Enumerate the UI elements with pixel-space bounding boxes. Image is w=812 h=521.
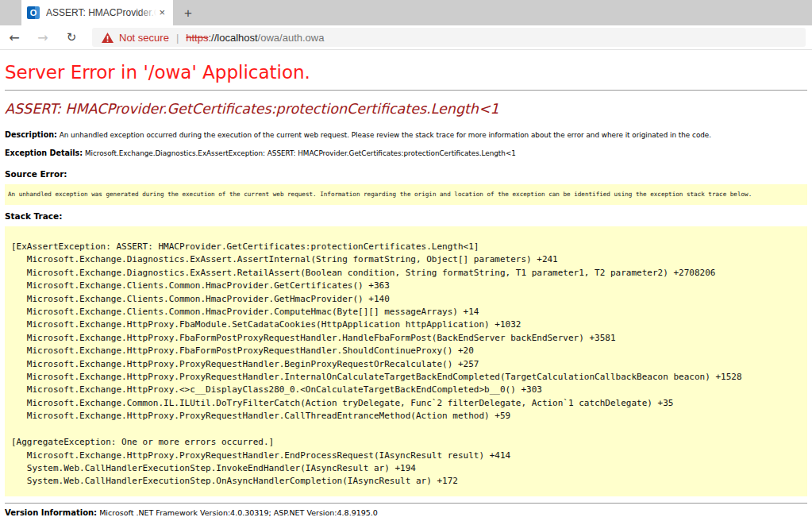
tab-title-wrap: ASSERT: HMACProvider.GetCertif (46, 6, 156, 19)
exception-details-label: Exception Details: (5, 149, 83, 157)
version-information-text: Microsoft .NET Framework Version:4.0.303… (99, 508, 378, 517)
description-label: Description: (5, 130, 57, 139)
url-host: ://localhost (208, 32, 257, 44)
forward-button: → (29, 30, 57, 45)
not-secure-label: Not secure (119, 32, 169, 44)
divider-bottom (5, 503, 807, 504)
source-error-box: An unhandled exception was generated dur… (5, 184, 807, 205)
browser-toolbar: ← → ↻ Not secure | https://localhost/owa… (0, 25, 812, 50)
page-title: Server Error in '/owa' Application. (5, 61, 807, 83)
address-separator: | (176, 32, 179, 44)
outlook-icon: O (27, 6, 40, 19)
description-line: Description: An unhandled exception occu… (5, 130, 807, 140)
source-error-heading: Source Error: (5, 169, 807, 179)
description-text: An unhandled exception occurred during t… (60, 131, 711, 139)
stack-trace-text: [ExAssertException: ASSERT: HMACProvider… (11, 241, 801, 488)
browser-tab-strip: O ASSERT: HMACProvider.GetCertif × + (0, 0, 812, 25)
stack-trace-box: [ExAssertException: ASSERT: HMACProvider… (5, 226, 807, 496)
stack-trace-heading: Stack Trace: (5, 211, 807, 222)
tab-close-icon[interactable]: × (156, 6, 167, 19)
tab-title: ASSERT: HMACProvider.GetCertif (46, 6, 156, 19)
version-information-line: Version Information: Microsoft .NET Fram… (5, 508, 807, 518)
exception-details-line: Exception Details: Microsoft.Exchange.Di… (5, 149, 807, 158)
address-bar[interactable]: Not secure | https://localhost/owa/auth.… (92, 28, 806, 47)
refresh-button[interactable]: ↻ (57, 30, 86, 44)
url-path: /owa/auth.owa (258, 32, 325, 44)
not-secure-warning-icon (102, 33, 114, 43)
error-page: Server Error in '/owa' Application. ASSE… (0, 50, 812, 518)
browser-tab[interactable]: O ASSERT: HMACProvider.GetCertif × (21, 0, 173, 25)
back-button[interactable]: ← (0, 30, 29, 45)
divider-top (5, 90, 807, 91)
error-subtitle: ASSERT: HMACProvider.GetCertificates:pro… (5, 100, 807, 118)
url-scheme: https (186, 32, 208, 44)
version-information-label: Version Information: (5, 508, 97, 517)
exception-details-text: Microsoft.Exchange.Diagnostics.ExAssertE… (85, 149, 516, 157)
new-tab-button[interactable]: + (184, 6, 192, 20)
